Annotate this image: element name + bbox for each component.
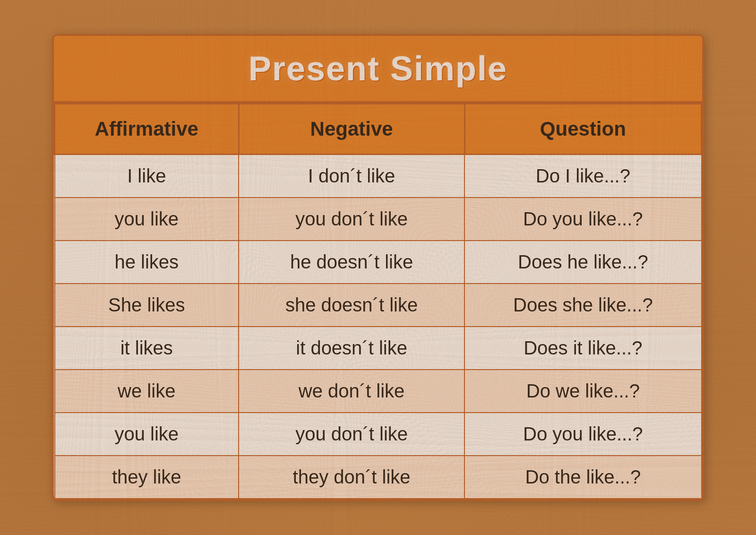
page-title: Present Simple [249, 50, 507, 87]
cell-question-5: Do we like...? [464, 370, 701, 413]
cell-question-6: Do you like...? [464, 413, 701, 456]
col-header-question: Question [464, 104, 701, 155]
title-bar: Present Simple [54, 36, 702, 103]
cell-affirmative-6: you like [55, 413, 239, 456]
cell-affirmative-4: it likes [55, 327, 239, 370]
table-row: you likeyou don´t likeDo you like...? [55, 413, 702, 456]
table-row: he likeshe doesn´t likeDoes he like...? [55, 241, 702, 284]
col-header-negative: Negative [239, 104, 464, 155]
cell-question-1: Do you like...? [464, 198, 701, 241]
cell-question-7: Do the like...? [464, 456, 701, 499]
main-card: Present Simple Affirmative Negative Ques… [52, 34, 704, 501]
cell-negative-3: she doesn´t like [239, 284, 464, 327]
cell-affirmative-1: you like [55, 198, 239, 241]
cell-affirmative-2: he likes [55, 241, 239, 284]
table-row: She likesshe doesn´t likeDoes she like..… [55, 284, 702, 327]
cell-affirmative-7: they like [55, 456, 239, 499]
table-row: we likewe don´t likeDo we like...? [55, 370, 702, 413]
table-body: I likeI don´t likeDo I like...?you likey… [55, 155, 702, 499]
cell-affirmative-0: I like [55, 155, 239, 198]
cell-question-4: Does it like...? [464, 327, 701, 370]
cell-negative-5: we don´t like [239, 370, 464, 413]
table-row: I likeI don´t likeDo I like...? [55, 155, 702, 198]
col-header-affirmative: Affirmative [55, 104, 239, 155]
cell-question-0: Do I like...? [464, 155, 701, 198]
table-row: they likethey don´t likeDo the like...? [55, 456, 702, 499]
cell-negative-1: you don´t like [239, 198, 464, 241]
cell-affirmative-3: She likes [55, 284, 239, 327]
table-row: it likesit doesn´t likeDoes it like...? [55, 327, 702, 370]
table-row: you likeyou don´t likeDo you like...? [55, 198, 702, 241]
cell-question-2: Does he like...? [464, 241, 701, 284]
cell-question-3: Does she like...? [464, 284, 701, 327]
cell-negative-2: he doesn´t like [239, 241, 464, 284]
cell-affirmative-5: we like [55, 370, 239, 413]
cell-negative-4: it doesn´t like [239, 327, 464, 370]
cell-negative-7: they don´t like [239, 456, 464, 499]
grammar-table: Affirmative Negative Question I likeI do… [54, 103, 702, 499]
cell-negative-0: I don´t like [239, 155, 464, 198]
cell-negative-6: you don´t like [239, 413, 464, 456]
table-header-row: Affirmative Negative Question [55, 104, 702, 155]
